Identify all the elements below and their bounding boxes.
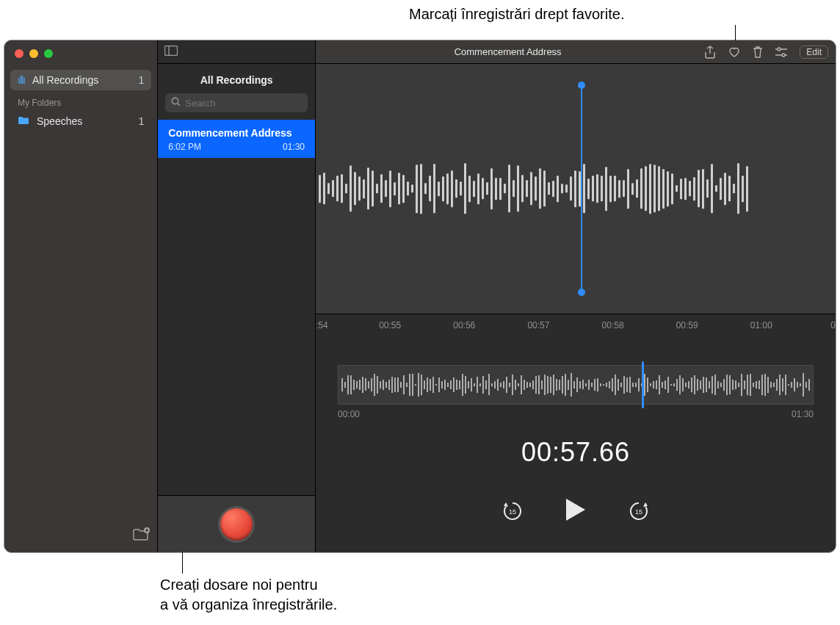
ruler-tick: 00:59 xyxy=(676,320,698,330)
edit-button[interactable]: Edit xyxy=(800,46,828,59)
sidebar-item-label: Speeches xyxy=(37,115,82,127)
skip-forward-button[interactable]: 15 xyxy=(628,500,650,522)
annotation-text: a vă organiza înregistrările. xyxy=(160,595,337,615)
svg-line-4 xyxy=(178,104,180,106)
timecode-display: 00:57.66 xyxy=(316,437,836,468)
playhead-handle-bottom[interactable] xyxy=(578,289,585,296)
editor-pane: Commencement Address Edit :5400:5500:560… xyxy=(316,40,836,552)
ruler-tick: 00:55 xyxy=(379,320,401,330)
playhead-handle-top[interactable] xyxy=(578,82,585,89)
playhead[interactable] xyxy=(581,86,582,292)
editor-title: Commencement Address xyxy=(323,46,692,57)
svg-rect-1 xyxy=(165,46,178,55)
waveform-main[interactable] xyxy=(316,64,836,314)
app-window: ıllı All Recordings 1 My Folders Speeche… xyxy=(4,40,836,552)
recording-duration: 01:30 xyxy=(283,142,305,152)
list-title: All Recordings xyxy=(158,64,315,93)
favorite-button[interactable] xyxy=(728,46,741,58)
ruler-tick: 00:58 xyxy=(602,320,624,330)
svg-point-6 xyxy=(778,48,781,51)
svg-point-8 xyxy=(782,54,785,57)
time-ruler: :5400:5500:5600:5700:5800:5901:000 xyxy=(316,314,836,336)
sidebar: ıllı All Recordings 1 My Folders Speeche… xyxy=(4,40,158,552)
skip-back-button[interactable]: 15 xyxy=(502,500,524,522)
window-controls xyxy=(4,40,157,64)
waveform-overview[interactable] xyxy=(338,365,814,405)
ruler-tick: 00:57 xyxy=(527,320,549,330)
playback-controls: 15 15 xyxy=(316,497,836,525)
ruler-tick: 0 xyxy=(830,320,836,330)
toolbar: Commencement Address Edit xyxy=(316,40,836,64)
new-folder-button[interactable] xyxy=(132,527,150,545)
search-input[interactable] xyxy=(185,98,302,109)
close-window-button[interactable] xyxy=(15,49,23,58)
svg-text:15: 15 xyxy=(509,508,516,516)
annotation-newfolder: Creați dosare noi pentru a vă organiza î… xyxy=(160,575,337,615)
annotation-text: Creați dosare noi pentru xyxy=(160,575,337,595)
sidebar-item-count: 1 xyxy=(138,115,144,127)
sidebar-item-label: All Recordings xyxy=(32,74,98,86)
overview-playhead[interactable] xyxy=(642,361,644,408)
sidebar-footer xyxy=(4,523,157,552)
list-header-bar xyxy=(158,40,315,64)
waveform-icon: ıllı xyxy=(18,74,25,86)
overview-section: 00:00 01:30 xyxy=(316,336,836,419)
svg-text:15: 15 xyxy=(635,508,642,516)
recording-item[interactable]: Commencement Address 6:02 PM 01:30 xyxy=(158,120,315,158)
fullscreen-window-button[interactable] xyxy=(44,49,53,58)
recording-name: Commencement Address xyxy=(168,127,305,139)
ruler-tick: 00:56 xyxy=(453,320,475,330)
sidebar-section-header: My Folders xyxy=(10,90,151,111)
folder-list: ıllı All Recordings 1 My Folders Speeche… xyxy=(4,64,157,523)
overview-end-time: 01:30 xyxy=(792,409,814,419)
folder-icon xyxy=(18,115,29,127)
recordings-column: All Recordings Commencement Address 6:02… xyxy=(158,40,316,552)
play-button[interactable] xyxy=(565,497,587,525)
settings-button[interactable] xyxy=(775,47,788,57)
sidebar-item-folder[interactable]: Speeches 1 xyxy=(10,111,151,131)
ruler-tick: :54 xyxy=(316,320,328,330)
overview-start-time: 00:00 xyxy=(338,409,360,419)
annotation-favorite: Marcați înregistrări drept favorite. xyxy=(409,4,624,24)
overview-labels: 00:00 01:30 xyxy=(338,409,814,419)
recording-meta: 6:02 PM 01:30 xyxy=(168,142,305,152)
recording-time: 6:02 PM xyxy=(168,142,201,152)
sidebar-item-count: 1 xyxy=(138,74,144,86)
share-button[interactable] xyxy=(704,46,716,59)
toggle-sidebar-button[interactable] xyxy=(158,46,184,59)
record-button[interactable] xyxy=(220,508,253,541)
search-icon xyxy=(171,97,181,109)
list-footer xyxy=(158,495,315,552)
search-field[interactable] xyxy=(165,93,308,112)
svg-point-3 xyxy=(173,98,178,104)
minimize-window-button[interactable] xyxy=(29,49,38,58)
delete-button[interactable] xyxy=(753,46,763,58)
sidebar-item-all-recordings[interactable]: ıllı All Recordings 1 xyxy=(10,70,151,90)
ruler-tick: 01:00 xyxy=(750,320,772,330)
